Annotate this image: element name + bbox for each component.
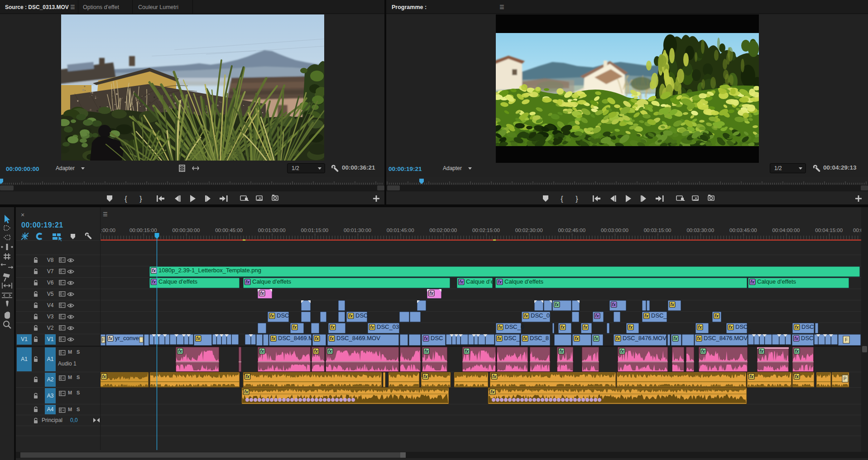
svg-text:yr_conven: yr_conven <box>115 335 142 341</box>
svg-text:fx: fx <box>794 336 798 341</box>
svg-text:DSC_0: DSC_0 <box>505 323 524 330</box>
svg-text:fx: fx <box>245 280 249 285</box>
svg-text:fx: fx <box>628 325 633 330</box>
svg-text:fx: fx <box>490 389 494 394</box>
svg-text:00:02:00:00: 00:02:00:00 <box>430 228 457 233</box>
svg-text:00:03:00:00: 00:03:00:00 <box>601 228 628 233</box>
svg-text:00:01:30:00: 00:01:30:00 <box>344 228 371 233</box>
svg-text:DSC: DSC <box>801 335 813 341</box>
svg-text:fx: fx <box>561 325 565 330</box>
svg-text:fx: fx <box>729 325 733 330</box>
svg-text:fx: fx <box>795 349 799 354</box>
svg-text:00:02:45:00: 00:02:45:00 <box>558 228 585 233</box>
svg-text:fx: fx <box>424 349 428 354</box>
svg-text:fx: fx <box>424 336 428 341</box>
svg-text:fx: fx <box>644 313 648 318</box>
svg-text:DSC_8: DSC_8 <box>504 335 523 341</box>
svg-text:F: F <box>102 337 105 342</box>
svg-text:fx: fx <box>492 374 496 379</box>
svg-text:fx: fx <box>270 313 274 318</box>
svg-text:fx: fx <box>595 313 599 318</box>
svg-text:fx: fx <box>102 374 106 379</box>
svg-text:fx: fx <box>331 325 335 330</box>
svg-text:fx: fx <box>370 325 374 330</box>
svg-text:00:01:45:00: 00:01:45:00 <box>387 228 414 233</box>
svg-text:00:02:15:00: 00:02:15:00 <box>472 228 500 233</box>
svg-text:DSC_8: DSC_8 <box>530 335 549 341</box>
svg-text:DSC_03: DSC_03 <box>377 323 399 330</box>
svg-text:P: P <box>844 376 847 381</box>
svg-text:00:01:00:00: 00:01:00:00 <box>258 228 286 233</box>
svg-text:}: } <box>575 195 578 203</box>
svg-text:fx: fx <box>465 349 469 354</box>
svg-text:fx: fx <box>673 336 677 341</box>
svg-text:fx: fx <box>260 349 264 354</box>
svg-text:fx: fx <box>697 336 701 341</box>
svg-text:{: { <box>561 195 563 203</box>
svg-text:00:00:45:00: 00:00:45:00 <box>215 228 243 233</box>
svg-text:00:00:15:00: 00:00:15:00 <box>129 228 157 233</box>
svg-text:fx: fx <box>498 325 502 330</box>
svg-text:fx: fx <box>459 280 463 285</box>
svg-text:00:04:15:00: 00:04:15:00 <box>815 228 843 233</box>
svg-text:fx: fx <box>698 325 702 330</box>
svg-text:fx: fx <box>245 374 249 379</box>
svg-text:fx: fx <box>524 313 528 318</box>
svg-text:fx: fx <box>555 302 559 307</box>
svg-text:fx: fx <box>749 374 753 379</box>
svg-text:Calque d'effets: Calque d'effets <box>158 278 198 285</box>
svg-text:fx: fx <box>498 280 502 285</box>
svg-text:DSC_8476.MOV: DSC_8476.MOV <box>623 335 667 341</box>
svg-text:00:04:00:00: 00:04:00:00 <box>772 228 800 233</box>
svg-text:00:03:30:00: 00:03:30:00 <box>686 228 714 233</box>
svg-text:fx: fx <box>328 349 332 354</box>
svg-text:fx: fx <box>523 336 527 341</box>
svg-text:fx: fx <box>152 268 156 273</box>
svg-text:00:02:30:00: 00:02:30:00 <box>515 228 543 233</box>
svg-text:fx: fx <box>795 325 799 330</box>
svg-text:fx: fx <box>612 302 616 307</box>
svg-text:fx: fx <box>260 291 264 296</box>
svg-text:fx: fx <box>594 336 598 341</box>
svg-text:DSC_8469.M: DSC_8469.M <box>278 335 313 341</box>
svg-text:fx: fx <box>349 313 353 318</box>
svg-text:fx: fx <box>423 374 427 379</box>
svg-text:Calque d'eff: Calque d'eff <box>466 278 497 285</box>
svg-text:fx: fx <box>314 349 318 354</box>
svg-text:1080p_2.39-1_Letterbox_Templat: 1080p_2.39-1_Letterbox_Template.png <box>158 267 261 274</box>
svg-text:fx: fx <box>429 291 433 296</box>
svg-text:fx: fx <box>244 389 248 394</box>
svg-text:Calque d'effets: Calque d'effets <box>252 278 292 285</box>
svg-text:fx: fx <box>616 336 620 341</box>
svg-text:00:00:30:00: 00:00:30:00 <box>173 228 200 233</box>
svg-text:00:03:45:00: 00:03:45:00 <box>729 228 757 233</box>
svg-text:fx: fx <box>271 336 275 341</box>
svg-text:fx: fx <box>108 336 112 341</box>
svg-text:fx: fx <box>497 336 501 341</box>
svg-text:fx: fx <box>795 374 799 379</box>
svg-text::00:00: :00:00 <box>101 228 115 233</box>
svg-text:00:03:15:00: 00:03:15:00 <box>644 228 671 233</box>
svg-text:00:01:15:00: 00:01:15:00 <box>301 228 329 233</box>
svg-text:fx: fx <box>583 325 587 330</box>
svg-text:fx: fx <box>701 349 705 354</box>
svg-text:DSC_: DSC_ <box>651 312 667 319</box>
svg-text:fx: fx <box>670 302 674 307</box>
svg-text:fx: fx <box>559 349 563 354</box>
svg-text:Calque d'effets: Calque d'effets <box>757 278 796 285</box>
svg-text:DSC: DSC <box>277 312 289 319</box>
svg-text:DSC: DSC <box>355 312 368 319</box>
svg-text:DSC_8476.MOV: DSC_8476.MOV <box>704 335 748 341</box>
svg-text:fx: fx <box>152 280 156 285</box>
svg-text:fx: fx <box>293 325 297 330</box>
svg-text:fx: fx <box>715 313 719 318</box>
svg-text:DSC_0: DSC_0 <box>531 312 550 319</box>
svg-text:F: F <box>845 337 848 342</box>
svg-text:DSC: DSC <box>801 323 814 330</box>
svg-text:fx: fx <box>759 349 763 354</box>
svg-text:fx: fx <box>196 336 200 341</box>
svg-text:Calque d'effets: Calque d'effets <box>504 278 544 285</box>
svg-text:fx: fx <box>330 336 334 341</box>
svg-text:00:0: 00:0 <box>853 228 861 233</box>
svg-text:DSC_: DSC_ <box>735 323 751 330</box>
